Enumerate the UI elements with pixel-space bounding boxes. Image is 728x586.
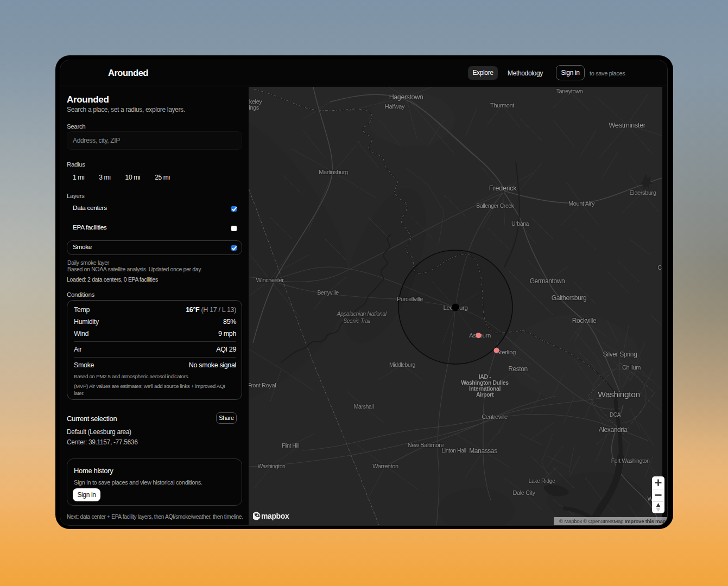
svg-text:mapbox: mapbox	[261, 512, 289, 520]
